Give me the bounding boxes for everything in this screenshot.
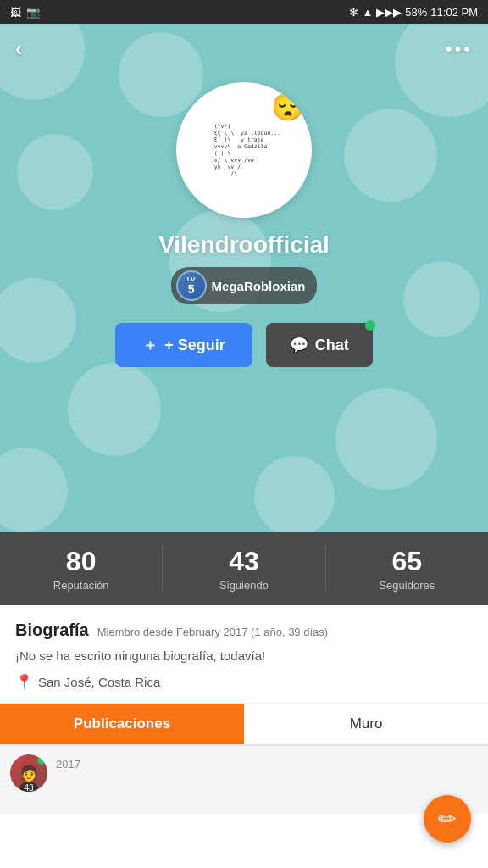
stat-reputation[interactable]: 80 Reputación <box>0 546 163 592</box>
back-button[interactable]: ‹ <box>15 36 23 62</box>
time-display: 11:02 PM <box>430 6 478 19</box>
status-right: ✻ ▲ ▶▶▶ 58% 11:02 PM <box>349 6 478 19</box>
username: Vilendroofficial <box>158 231 330 259</box>
chat-icon: 💬 <box>290 336 308 354</box>
profile-background: ‹ ••• (*v*) ξξ \ \ ya llegue... ξ( )\ y … <box>0 24 488 532</box>
reputation-count: 80 <box>0 546 162 577</box>
avatar-art: (*v*) ξξ \ \ ya llegue... ξ( )\ y traje … <box>203 119 285 182</box>
following-label: Siguiendo <box>163 579 324 592</box>
sleep-emoji: 😴 <box>271 91 305 123</box>
location-icon: 📍 <box>15 673 33 691</box>
following-count: 43 <box>163 546 324 577</box>
chat-label: Chat <box>315 337 349 354</box>
bio-title: Biografía <box>15 620 89 640</box>
image-icon: 🖼 <box>10 6 21 19</box>
post-date: 2017 <box>56 758 80 771</box>
reputation-label: Reputación <box>0 579 162 592</box>
followers-label: Seguidores <box>326 579 488 592</box>
followers-count: 65 <box>326 546 488 577</box>
post-avatar-badge: 43 <box>19 782 37 792</box>
signal-icon: ▶▶▶ <box>376 6 402 19</box>
wifi-icon: ▲ <box>362 6 373 19</box>
location-text: San José, Costa Rica <box>38 675 160 689</box>
stats-bar: 80 Reputación 43 Siguiendo 65 Seguidores <box>0 532 488 605</box>
chat-button[interactable]: 💬 Chat <box>266 323 373 367</box>
post-online-dot <box>37 756 46 765</box>
status-bar: 🖼 📷 ✻ ▲ ▶▶▶ 58% 11:02 PM <box>0 0 488 24</box>
camera-icon: 📷 <box>26 6 40 19</box>
tab-muro[interactable]: Muro <box>244 704 488 744</box>
stat-followers[interactable]: 65 Seguidores <box>326 546 488 592</box>
badge-title: MegaRobloxian <box>212 279 306 293</box>
bluetooth-icon: ✻ <box>349 6 358 19</box>
rank-badge: LV 5 MegaRobloxian <box>171 267 318 304</box>
posts-area: 🧑 43 2017 <box>0 746 488 814</box>
avatar-icon: 🧑 <box>19 764 38 782</box>
level-number: 5 <box>188 283 195 295</box>
tab-publicaciones[interactable]: Publicaciones <box>0 704 244 744</box>
bio-text: ¡No se ha escrito ninguna biografía, tod… <box>15 648 473 663</box>
level-badge: LV 5 <box>176 270 207 301</box>
action-buttons: ＋ + Seguir 💬 Chat <box>115 323 373 367</box>
battery-level: 58% <box>405 6 427 19</box>
more-options-button[interactable]: ••• <box>446 38 473 60</box>
tab-bar: Publicaciones Muro <box>0 704 488 746</box>
member-since: Miembro desde February 2017 (1 año, 39 d… <box>97 626 328 638</box>
follow-label: + Seguir <box>164 337 225 354</box>
follow-button[interactable]: ＋ + Seguir <box>115 323 252 367</box>
fab-edit-button[interactable]: ✏ <box>424 795 471 843</box>
avatar-container: (*v*) ξξ \ \ ya llegue... ξ( )\ y traje … <box>176 82 312 218</box>
biography-section: Biografía Miembro desde February 2017 (1… <box>0 605 488 704</box>
follow-icon: ＋ <box>142 335 158 355</box>
post-meta: 2017 <box>56 754 80 771</box>
online-indicator <box>365 320 375 331</box>
status-left: 🖼 📷 <box>10 6 40 19</box>
stat-following[interactable]: 43 Siguiendo <box>163 546 325 592</box>
tab-publicaciones-label: Publicaciones <box>74 715 170 732</box>
top-navigation: ‹ ••• <box>0 24 488 74</box>
tab-muro-label: Muro <box>350 715 383 732</box>
edit-icon: ✏ <box>438 806 457 832</box>
avatar-section: (*v*) ξξ \ \ ya llegue... ξ( )\ y traje … <box>0 74 488 392</box>
post-user-avatar: 🧑 43 <box>10 754 47 792</box>
bio-header: Biografía Miembro desde February 2017 (1… <box>15 620 473 640</box>
location-row: 📍 San José, Costa Rica <box>15 673 473 691</box>
